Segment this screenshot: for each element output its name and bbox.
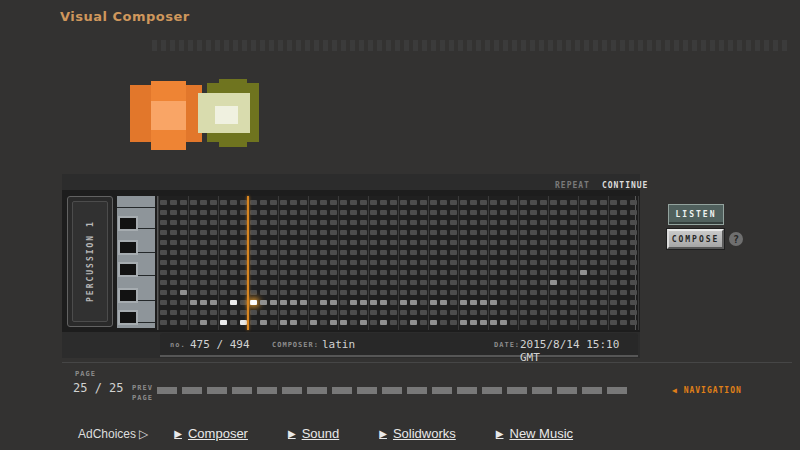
grid-cell[interactable] [520, 300, 527, 305]
grid-cell[interactable] [420, 310, 427, 315]
grid-cell[interactable] [400, 280, 407, 285]
grid-cell[interactable] [190, 250, 197, 255]
grid-cell[interactable] [500, 320, 507, 325]
grid-cell[interactable] [630, 320, 637, 325]
grid-cell[interactable] [310, 280, 317, 285]
grid-cell[interactable] [470, 310, 477, 315]
grid-cell[interactable] [350, 240, 357, 245]
grid-cell[interactable] [230, 220, 237, 225]
grid-cell[interactable] [180, 270, 187, 275]
grid-cell[interactable] [460, 260, 467, 265]
grid-cell[interactable] [530, 270, 537, 275]
grid-cell[interactable] [530, 260, 537, 265]
grid-cell[interactable] [550, 220, 557, 225]
grid-cell[interactable] [180, 210, 187, 215]
grid-cell[interactable] [470, 280, 477, 285]
grid-cell[interactable] [270, 210, 277, 215]
grid-cell[interactable] [260, 290, 267, 295]
grid-cell[interactable] [290, 250, 297, 255]
grid-cell[interactable] [240, 290, 247, 295]
grid-cell[interactable] [300, 300, 307, 305]
grid-cell[interactable] [310, 210, 317, 215]
grid-cell[interactable] [510, 250, 517, 255]
grid-cell[interactable] [340, 290, 347, 295]
grid-cell[interactable] [420, 320, 427, 325]
grid-cell[interactable] [240, 230, 247, 235]
grid-cell[interactable] [370, 270, 377, 275]
grid-cell[interactable] [610, 210, 617, 215]
grid-cell[interactable] [240, 200, 247, 205]
grid-cell[interactable] [530, 280, 537, 285]
grid-cell[interactable] [460, 240, 467, 245]
grid-cell[interactable] [440, 310, 447, 315]
grid-cell[interactable] [460, 310, 467, 315]
grid-cell[interactable] [620, 250, 627, 255]
grid-cell[interactable] [450, 200, 457, 205]
grid-cell[interactable] [360, 260, 367, 265]
grid-cell[interactable] [370, 260, 377, 265]
grid-cell[interactable] [430, 280, 437, 285]
grid-cell[interactable] [170, 270, 177, 275]
grid-cell[interactable] [310, 320, 317, 325]
grid-cell[interactable] [310, 240, 317, 245]
grid-cell[interactable] [620, 280, 627, 285]
grid-cell[interactable] [480, 320, 487, 325]
grid-cell[interactable] [420, 290, 427, 295]
grid-cell[interactable] [310, 260, 317, 265]
grid-cell[interactable] [170, 280, 177, 285]
grid-cell[interactable] [370, 210, 377, 215]
grid-cell[interactable] [410, 290, 417, 295]
grid-cell[interactable] [290, 240, 297, 245]
grid-cell[interactable] [290, 320, 297, 325]
grid-cell[interactable] [360, 240, 367, 245]
compose-button[interactable]: COMPOSE [667, 229, 724, 249]
grid-cell[interactable] [190, 210, 197, 215]
grid-cell[interactable] [200, 280, 207, 285]
grid-cell[interactable] [390, 220, 397, 225]
grid-cell[interactable] [340, 310, 347, 315]
grid-cell[interactable] [340, 250, 347, 255]
grid-cell[interactable] [560, 280, 567, 285]
grid-cell[interactable] [190, 200, 197, 205]
grid-cell[interactable] [270, 290, 277, 295]
grid-cell[interactable] [260, 280, 267, 285]
grid-cell[interactable] [350, 220, 357, 225]
grid-cell[interactable] [500, 270, 507, 275]
grid-cell[interactable] [190, 260, 197, 265]
grid-cell[interactable] [270, 230, 277, 235]
grid-cell[interactable] [510, 240, 517, 245]
page-block[interactable] [307, 387, 327, 394]
grid-cell[interactable] [480, 260, 487, 265]
grid-cell[interactable] [430, 210, 437, 215]
grid-cell[interactable] [410, 270, 417, 275]
grid-cell[interactable] [570, 310, 577, 315]
grid-cell[interactable] [390, 290, 397, 295]
grid-cell[interactable] [480, 290, 487, 295]
page-block[interactable] [532, 387, 552, 394]
grid-cell[interactable] [260, 270, 267, 275]
grid-cell[interactable] [370, 250, 377, 255]
grid-cell[interactable] [180, 280, 187, 285]
grid-cell[interactable] [570, 230, 577, 235]
grid-cell[interactable] [180, 220, 187, 225]
grid-cell[interactable] [220, 210, 227, 215]
grid-cell[interactable] [250, 290, 257, 295]
grid-cell[interactable] [210, 220, 217, 225]
grid-cell[interactable] [410, 210, 417, 215]
grid-cell[interactable] [190, 270, 197, 275]
grid-cell[interactable] [410, 320, 417, 325]
step-sequencer-grid[interactable] [157, 196, 636, 330]
grid-cell[interactable] [240, 220, 247, 225]
page-block[interactable] [557, 387, 577, 394]
grid-cell[interactable] [170, 320, 177, 325]
grid-cell[interactable] [560, 210, 567, 215]
grid-cell[interactable] [400, 320, 407, 325]
grid-cell[interactable] [260, 230, 267, 235]
grid-cell[interactable] [210, 210, 217, 215]
grid-cell[interactable] [550, 240, 557, 245]
grid-cell[interactable] [430, 320, 437, 325]
grid-cell[interactable] [620, 220, 627, 225]
grid-cell[interactable] [280, 250, 287, 255]
grid-cell[interactable] [250, 250, 257, 255]
grid-cell[interactable] [590, 210, 597, 215]
